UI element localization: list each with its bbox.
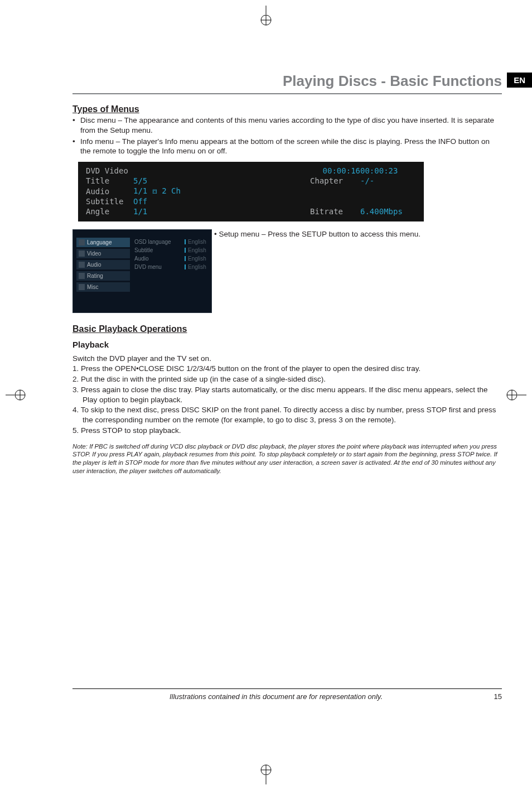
- bullet-info-menu: Info menu – The player's Info menu appea…: [72, 137, 502, 157]
- info-subtitle-label: Subtitle: [86, 197, 133, 206]
- setup-option-subtitle: Subtitle: [134, 246, 171, 254]
- crop-mark-bottom: [255, 762, 277, 784]
- setup-tab-rating: Rating: [76, 271, 130, 281]
- playback-note: Note: If PBC is switched off during VCD …: [72, 442, 502, 475]
- misc-icon: [79, 284, 85, 290]
- setup-options: OSD language Subtitle Audio DVD menu: [134, 238, 171, 271]
- playback-intro: Switch the DVD player and the TV set on.: [72, 354, 502, 364]
- setup-tab-audio: Audio: [76, 260, 130, 269]
- info-audio-label: Audio: [86, 187, 133, 196]
- setup-tabs: Language Video Audio Rating Misc: [76, 238, 130, 293]
- bullet-disc-menu: Disc menu – The appearance and contents …: [72, 115, 502, 136]
- info-chapter-value: -/-: [360, 176, 416, 185]
- rating-icon: [79, 273, 85, 279]
- step-1: 1. Press the OPEN•CLOSE DISC 1/2/3/4/5 b…: [72, 364, 502, 374]
- video-icon: [79, 251, 85, 257]
- info-bitrate-value: 6.400Mbps: [360, 207, 416, 216]
- types-of-menus-list: Disc menu – The appearance and contents …: [72, 115, 502, 156]
- step-3: 3. Press again to close the disc tray. P…: [72, 385, 502, 405]
- info-angle-value: 1/1: [133, 207, 206, 216]
- setup-value-0: English: [185, 238, 206, 246]
- info-bitrate-label: Bitrate: [310, 207, 360, 216]
- setup-value-3: English: [185, 263, 206, 271]
- step-4: 4. To skip to the next disc, press DISC …: [72, 405, 502, 425]
- basic-playback-heading: Basic Playback Operations: [72, 324, 502, 334]
- types-of-menus-heading: Types of Menus: [72, 104, 502, 114]
- setup-tab-video: Video: [76, 249, 130, 258]
- info-title-label: Title: [86, 176, 133, 185]
- setup-value-1: English: [185, 246, 206, 254]
- info-chapter-label: Chapter: [310, 176, 360, 185]
- crop-mark-left: [6, 384, 28, 406]
- info-time-total: 00:00:23: [360, 166, 416, 175]
- setup-values: English English English English: [185, 238, 206, 271]
- info-time-elapsed: 00:00:16: [310, 166, 360, 175]
- setup-menu-caption: Setup menu – Press the SETUP button to a…: [214, 229, 420, 239]
- playback-steps: 1. Press the OPEN•CLOSE DISC 1/2/3/4/5 b…: [72, 364, 502, 436]
- setup-option-dvdmenu: DVD menu: [134, 263, 171, 271]
- info-angle-label: Angle: [86, 207, 133, 216]
- setup-value-2: English: [185, 254, 206, 263]
- globe-icon: [79, 239, 85, 245]
- crop-mark-right: [504, 384, 526, 406]
- setup-menu-screenshot: Language Video Audio Rating Misc OSD lan…: [72, 229, 212, 313]
- playback-subheading: Playback: [72, 340, 502, 349]
- setup-option-audio: Audio: [134, 254, 171, 263]
- info-subtitle-value: Off: [133, 197, 206, 206]
- language-tab: EN: [507, 73, 532, 88]
- setup-option-osd: OSD language: [134, 238, 171, 246]
- setup-tab-language: Language: [76, 238, 130, 247]
- audio-icon: [79, 262, 85, 268]
- footer-text: Illustrations contained in this document…: [72, 692, 480, 701]
- page-number: 15: [480, 692, 502, 701]
- setup-tab-misc: Misc: [76, 282, 130, 292]
- step-5: 5. Press STOP to stop playback.: [72, 426, 502, 436]
- section-title: Playing Discs - Basic Functions: [72, 73, 502, 94]
- page-footer: Illustrations contained in this document…: [72, 688, 502, 701]
- step-2: 2. Put the disc in with the printed side…: [72, 374, 502, 384]
- crop-mark-top: [255, 6, 277, 28]
- info-audio-value: 1/1 ⧈ 2 Ch: [133, 186, 206, 196]
- info-header-label: DVD Video: [86, 166, 206, 175]
- info-menu-panel: DVD Video 00:00:16 00:00:23 Title 5/5 Ch…: [78, 162, 424, 221]
- info-title-value: 5/5: [133, 176, 206, 185]
